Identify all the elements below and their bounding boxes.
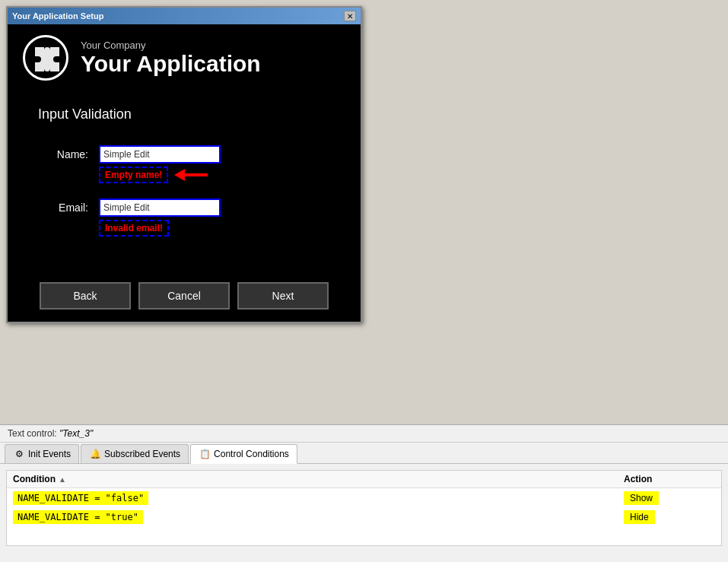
puzzle-icon bbox=[29, 41, 62, 75]
tab-subscribed-events-label: Subscribed Events bbox=[104, 449, 180, 459]
action-badge-1: Show bbox=[624, 491, 659, 505]
conditions-table: Condition ▲ Action NAME_VALIDATE = "fals… bbox=[6, 470, 722, 546]
email-label: Email: bbox=[38, 198, 99, 214]
name-input-col: Empty name! bbox=[99, 145, 221, 183]
condition-cell-2: NAME_VALIDATE = "true" bbox=[13, 510, 624, 524]
action-badge-2: Hide bbox=[624, 510, 655, 524]
app-logo bbox=[23, 35, 68, 81]
condition-column-header: Condition ▲ bbox=[13, 474, 624, 484]
name-label: Name: bbox=[38, 145, 99, 160]
table-header: Condition ▲ Action bbox=[7, 471, 721, 488]
arrow-shaft bbox=[185, 173, 208, 176]
email-validation-row: Invalid email! bbox=[99, 220, 169, 237]
form-area: Input Validation Name: Empty name! Email… bbox=[8, 91, 361, 275]
name-input[interactable] bbox=[99, 145, 221, 164]
init-events-icon: ⚙ bbox=[13, 448, 25, 460]
window-title: Your Application Setup bbox=[12, 11, 103, 21]
table-row: NAME_VALIDATE = "true" Hide bbox=[7, 507, 721, 526]
header-text: Your Company Your Application bbox=[81, 40, 261, 76]
tab-control-conditions[interactable]: 📋 Control Conditions bbox=[190, 444, 297, 464]
arrow-indicator bbox=[174, 169, 208, 181]
action-cell-1: Show bbox=[624, 491, 715, 505]
condition-badge-2: NAME_VALIDATE = "true" bbox=[13, 510, 143, 524]
arrow-head bbox=[174, 169, 185, 181]
tab-subscribed-events[interactable]: 🔔 Subscribed Events bbox=[81, 444, 189, 463]
section-title: Input Validation bbox=[38, 106, 330, 122]
table-row: NAME_VALIDATE = "false" Show bbox=[7, 488, 721, 507]
tab-control-conditions-label: Control Conditions bbox=[214, 449, 289, 459]
cancel-button[interactable]: Cancel bbox=[138, 282, 230, 310]
name-row: Name: Empty name! bbox=[38, 145, 330, 183]
control-label-value: "Text_3" bbox=[59, 428, 93, 439]
action-cell-2: Hide bbox=[624, 510, 715, 524]
email-input[interactable] bbox=[99, 198, 221, 217]
name-validation-row: Empty name! bbox=[99, 167, 208, 183]
control-label-prefix: Text control: bbox=[8, 428, 59, 439]
email-input-col: Invalid email! bbox=[99, 198, 221, 237]
next-button[interactable]: Next bbox=[237, 282, 329, 310]
company-name: Your Company bbox=[81, 40, 261, 51]
tabs-bar: ⚙ Init Events 🔔 Subscribed Events 📋 Cont… bbox=[0, 443, 728, 464]
email-row: Email: Invalid email! bbox=[38, 198, 330, 237]
subscribed-events-icon: 🔔 bbox=[89, 448, 101, 460]
app-name: Your Application bbox=[81, 51, 261, 76]
close-button[interactable]: ✕ bbox=[344, 11, 356, 21]
bottom-panel: Text control: "Text_3" ⚙ Init Events 🔔 S… bbox=[0, 424, 728, 562]
app-header: Your Company Your Application bbox=[8, 24, 361, 91]
email-error-msg: Invalid email! bbox=[99, 220, 169, 237]
control-conditions-icon: 📋 bbox=[199, 448, 211, 460]
tab-init-events-label: Init Events bbox=[28, 449, 71, 459]
condition-cell-1: NAME_VALIDATE = "false" bbox=[13, 491, 624, 505]
title-bar: Your Application Setup ✕ bbox=[8, 8, 361, 24]
condition-badge-1: NAME_VALIDATE = "false" bbox=[13, 491, 148, 505]
tab-init-events[interactable]: ⚙ Init Events bbox=[5, 444, 79, 463]
control-label-bar: Text control: "Text_3" bbox=[0, 425, 728, 443]
action-column-header: Action bbox=[624, 474, 715, 484]
sort-arrow-icon: ▲ bbox=[59, 475, 66, 484]
name-error-msg: Empty name! bbox=[99, 167, 168, 183]
back-button[interactable]: Back bbox=[40, 282, 131, 310]
buttons-bar: Back Cancel Next bbox=[8, 275, 361, 322]
app-window: Your Application Setup ✕ Your Company Yo… bbox=[6, 6, 362, 323]
